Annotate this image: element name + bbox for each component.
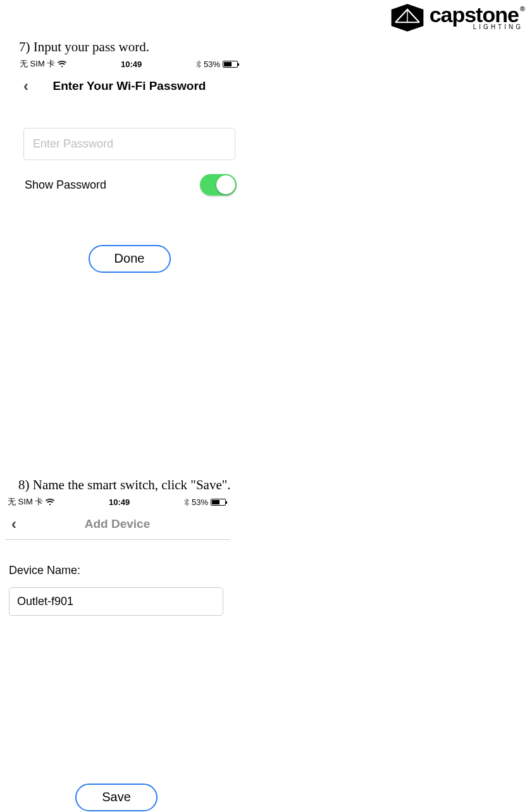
brand-logo: capstone ® LIGHTING — [389, 4, 524, 32]
bluetooth-icon — [196, 60, 201, 68]
battery-icon — [211, 499, 226, 506]
device-name-label: Device Name: — [9, 564, 230, 577]
status-bar: 无 SIM 卡 10:49 53% — [5, 495, 230, 508]
show-password-label: Show Password — [25, 178, 106, 192]
done-button[interactable]: Done — [89, 245, 171, 273]
nav-bar: ‹ Enter Your Wi-Fi Password — [17, 70, 242, 101]
battery-text: 53% — [192, 497, 208, 507]
step7-screenshot: 无 SIM 卡 10:49 53% ‹ Enter Your Wi-Fi Pas… — [17, 57, 242, 440]
wifi-icon — [46, 499, 54, 506]
nav-title: Enter Your Wi-Fi Password — [39, 79, 220, 93]
brand-registered: ® — [520, 6, 524, 13]
toggle-knob — [216, 175, 235, 194]
password-input[interactable] — [33, 137, 226, 151]
brand-word: capstone — [430, 5, 519, 25]
carrier-text: 无 SIM 卡 — [8, 496, 43, 508]
device-name-input[interactable] — [17, 595, 215, 608]
show-password-toggle[interactable] — [200, 174, 237, 196]
back-button[interactable]: ‹ — [23, 78, 39, 94]
password-input-wrapper[interactable] — [23, 128, 235, 160]
device-name-input-wrapper[interactable] — [9, 587, 223, 616]
brand-subtitle: LIGHTING — [473, 23, 523, 30]
step7-caption: 7) Input your pass word. — [19, 39, 149, 55]
status-bar: 无 SIM 卡 10:49 53% — [17, 57, 242, 70]
battery-icon — [223, 61, 238, 68]
clock-text: 10:49 — [121, 59, 142, 69]
back-button[interactable]: ‹ — [11, 516, 27, 532]
bluetooth-icon — [184, 498, 189, 506]
nav-title: Add Device — [27, 517, 208, 531]
wifi-icon — [58, 61, 66, 68]
step8-screenshot: 无 SIM 卡 10:49 53% ‹ Add Device Device Na… — [5, 495, 230, 811]
nav-bar: ‹ Add Device — [5, 508, 230, 540]
carrier-text: 无 SIM 卡 — [20, 58, 55, 70]
clock-text: 10:49 — [109, 497, 130, 507]
battery-text: 53% — [204, 59, 220, 69]
brand-mark-icon — [389, 4, 426, 32]
step8-caption: 8) Name the smart switch, click "Save". — [18, 477, 231, 493]
save-button[interactable]: Save — [75, 784, 158, 811]
